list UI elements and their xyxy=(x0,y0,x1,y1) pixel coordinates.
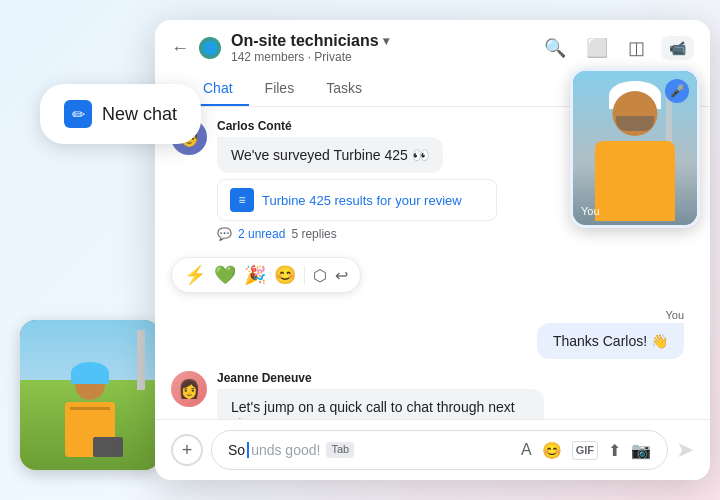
reaction-party[interactable]: 🎉 xyxy=(244,264,266,286)
room-subtitle: 142 members · Private xyxy=(231,50,530,64)
format-text-button[interactable]: A xyxy=(521,441,532,460)
send-button[interactable]: ➤ xyxy=(676,437,694,463)
msg-content-carlos: Carlos Conté We've surveyed Turbine 425 … xyxy=(217,119,544,241)
input-row: + Sounds good! Tab A 😊 GIF ⬆ 📷 ➤ xyxy=(171,430,694,470)
doc-title: Turbine 425 results for your review xyxy=(262,193,462,208)
reaction-bar: ⚡ 💚 🎉 😊 ⬡ ↩ xyxy=(171,257,361,293)
doc-icon: ≡ xyxy=(230,188,254,212)
unread-count[interactable]: 2 unread xyxy=(238,227,285,241)
msg-meta-carlos: 💬 2 unread 5 replies xyxy=(217,227,544,241)
message-group-jeanne: 👩 Jeanne Deneuve Let's jump on a quick c… xyxy=(171,371,544,419)
tab-tasks[interactable]: Tasks xyxy=(310,72,378,106)
msg-sender-carlos: Carlos Conté xyxy=(217,119,544,133)
emoji-button[interactable]: 😊 xyxy=(542,441,562,460)
message-group-carlos: 👨 Carlos Conté We've surveyed Turbine 42… xyxy=(171,119,544,241)
video-preview-person: 🎤 You xyxy=(573,71,697,225)
you-bubble-wrap: You Thanks Carlos! 👋 xyxy=(537,309,684,359)
new-chat-icon: ✏ xyxy=(64,100,92,128)
screen-share-button[interactable]: ⬜ xyxy=(582,33,612,63)
you-label: You xyxy=(665,309,684,321)
vp-label: You xyxy=(581,205,600,217)
avatar-jeanne: 👩 xyxy=(171,371,207,407)
new-chat-label: New chat xyxy=(102,104,177,125)
msg-content-jeanne: Jeanne Deneuve Let's jump on a quick cal… xyxy=(217,371,544,419)
search-button[interactable]: 🔍 xyxy=(540,33,570,63)
vp-turbine xyxy=(666,96,672,146)
vp-body xyxy=(595,141,675,221)
msg-bubble-carlos: We've surveyed Turbine 425 👀 xyxy=(217,137,443,173)
reaction-copy-icon[interactable]: ⬡ xyxy=(313,266,327,285)
msg-sender-jeanne: Jeanne Deneuve xyxy=(217,371,544,385)
vp-mic-icon: 🎤 xyxy=(665,79,689,103)
message-group-you: You Thanks Carlos! 👋 xyxy=(171,309,694,359)
reaction-reply-icon[interactable]: ↩ xyxy=(335,266,348,285)
room-title-area: On-site technicians ▾ 142 members · Priv… xyxy=(231,32,530,64)
tab-files[interactable]: Files xyxy=(249,72,311,106)
technician-photo xyxy=(20,320,160,470)
chevron-icon: ▾ xyxy=(383,34,389,48)
reaction-lightning[interactable]: ⚡ xyxy=(184,264,206,286)
input-toolbar: A 😊 GIF ⬆ 📷 xyxy=(521,441,651,460)
room-title: On-site technicians ▾ xyxy=(231,32,530,50)
reply-count[interactable]: 5 replies xyxy=(291,227,336,241)
unread-icon: 💬 xyxy=(217,227,232,241)
upload-button[interactable]: ⬆ xyxy=(608,441,621,460)
gif-button[interactable]: GIF xyxy=(572,441,598,460)
typed-text: So xyxy=(228,442,245,458)
vp-beard xyxy=(616,116,654,131)
chat-input-area: + Sounds good! Tab A 😊 GIF ⬆ 📷 ➤ xyxy=(155,419,710,480)
message-input-box[interactable]: Sounds good! Tab A 😊 GIF ⬆ 📷 xyxy=(211,430,668,470)
new-chat-button[interactable]: ✏ New chat xyxy=(40,84,201,144)
you-bubble: Thanks Carlos! 👋 xyxy=(537,323,684,359)
back-button[interactable]: ← xyxy=(171,38,189,59)
msg-bubble-jeanne: Let's jump on a quick call to chat throu… xyxy=(217,389,544,419)
input-suggestion: unds good! xyxy=(251,442,320,458)
video-overlay-button[interactable]: ◫ xyxy=(624,33,649,63)
video-message-button[interactable]: 📷 xyxy=(631,441,651,460)
msg-doc-link[interactable]: ≡ Turbine 425 results for your review xyxy=(217,179,497,221)
video-call-button[interactable]: 📹 xyxy=(661,36,694,60)
add-attachment-button[interactable]: + xyxy=(171,434,203,466)
reaction-divider xyxy=(304,266,305,284)
input-cursor xyxy=(247,442,249,458)
reaction-smile[interactable]: 😊 xyxy=(274,264,296,286)
reaction-heart[interactable]: 💚 xyxy=(214,264,236,286)
input-text-content: Sounds good! Tab xyxy=(228,442,513,458)
video-preview: 🎤 You xyxy=(570,68,700,228)
header-actions: 🔍 ⬜ ◫ 📹 xyxy=(540,33,694,63)
tab-pill: Tab xyxy=(326,442,354,458)
world-icon: 🌐 xyxy=(199,37,221,59)
